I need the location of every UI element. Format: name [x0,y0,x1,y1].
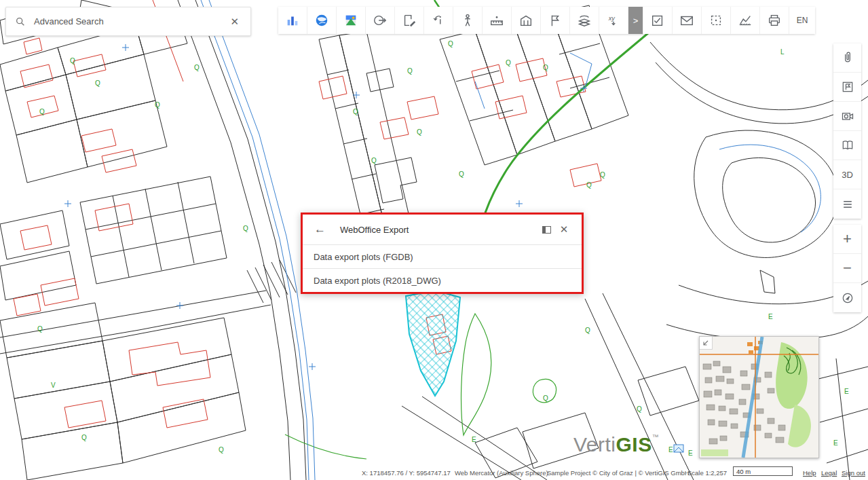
scale-label: Scale 1:2,257 [687,469,727,477]
status-bar: X: 1718457.76 / Y: 5954747.17 Web Mercat… [0,465,868,480]
locate-button[interactable] [833,283,861,312]
maptip-button[interactable] [424,7,453,34]
three-d-label: 3D [842,170,853,180]
projection-label: Web Mercator (Auxiliary Sphere) [455,469,548,477]
statistics-button[interactable] [278,7,307,34]
swipe-button[interactable] [570,7,599,34]
watermark-gray: Verti [573,433,616,456]
google-earth-icon [314,13,329,28]
site-plan-button[interactable] [833,73,861,102]
identify-icon [373,13,388,28]
basemap-button[interactable] [337,7,366,34]
edit-tasks-button[interactable] [643,7,673,34]
dialog-header: ← WebOffice Export ✕ [303,215,582,244]
close-icon: ✕ [560,223,569,236]
main-toolbar: xy > EN [278,7,815,34]
help-link[interactable]: Help [803,469,816,477]
statistics-icon [285,13,300,28]
svg-text:xy: xy [608,15,616,22]
watermark-tm: ™ [652,433,660,441]
profile-button[interactable] [731,7,760,34]
locate-icon [841,291,854,305]
camera-button[interactable] [833,102,861,131]
street-view-icon [460,13,475,28]
watermark-green: GIS [616,433,652,456]
zoom-in-button[interactable]: + [833,225,861,254]
legal-link[interactable]: Legal [821,469,837,477]
coordinates-xy-button[interactable]: xy [599,7,628,34]
export-item-fgdb[interactable]: Data export plots (FGDB) [303,244,582,268]
print-button[interactable] [760,7,789,34]
scale-bar-label: 40 m [736,468,751,475]
minimap-canvas [700,337,818,458]
redlining-button[interactable] [395,7,424,34]
side-tool-panel: 3D [833,43,861,219]
plot-flag-icon [548,13,563,28]
search-close-icon[interactable]: ✕ [227,14,242,29]
dock-icon [542,226,551,234]
plus-icon: + [843,230,852,248]
redlining-icon [402,13,417,28]
profile-icon [738,13,753,28]
overview-minimap[interactable] [699,336,819,458]
mail-button[interactable] [673,7,702,34]
edit-tasks-icon [650,13,665,28]
legend-list-icon [841,198,854,211]
language-label: EN [797,16,808,25]
plot-flag-button[interactable] [541,7,570,34]
collapse-arrow-icon [702,339,710,347]
three-d-button[interactable]: 3D [833,160,861,189]
sign-out-link[interactable]: Sign out [842,469,865,477]
cursor-coordinates: X: 1718457.76 / Y: 5954747.17 [362,469,451,477]
mail-icon [679,13,694,28]
camera-icon [841,109,854,123]
language-button[interactable]: EN [789,7,815,34]
street-view-button[interactable] [453,7,483,34]
vertigis-watermark: VertiGIS™ [573,433,659,456]
coordinates-xy-icon: xy [606,13,621,28]
zoom-out-button[interactable]: − [833,254,861,283]
toolbar-expand-button[interactable]: > [628,7,643,34]
maptip-icon [431,13,446,28]
scale-bar: 40 m [733,466,793,476]
dialog-close-button[interactable]: ✕ [555,221,573,238]
select-region-button[interactable] [702,7,731,34]
dimension-button[interactable] [512,7,541,34]
site-plan-icon [841,80,854,94]
chevron-right-icon: > [633,16,639,26]
attribution-label: Sample Project © City of Graz | © VertiG… [547,469,690,477]
zoom-panel: + − [833,225,861,312]
back-arrow-icon[interactable]: ← [312,223,328,236]
map-book-button[interactable] [833,131,861,160]
identify-button[interactable] [366,7,395,34]
dock-panel-button[interactable] [537,221,555,238]
advanced-search-bar[interactable]: Advanced Search ✕ [5,7,251,36]
measure-button[interactable] [483,7,512,34]
attachment-icon [841,51,854,64]
map-book-icon [841,139,854,152]
print-icon [767,13,782,28]
selected-parcel-highlight [406,291,460,396]
attachment-button[interactable] [833,43,861,73]
google-earth-button[interactable] [307,7,337,34]
search-input[interactable]: Advanced Search [34,16,227,26]
minimap-collapse-button[interactable] [700,337,713,350]
basemap-icon [343,13,358,28]
minus-icon: − [843,259,852,277]
swipe-icon [577,13,592,28]
measure-icon [489,13,504,28]
legend-list-button[interactable] [833,189,861,219]
search-icon [15,16,26,27]
export-item-dwg[interactable]: Data export plots (R2018_DWG) [303,268,582,292]
select-region-icon [709,13,723,28]
dialog-title: WebOffice Export [340,225,537,235]
dimension-icon [518,13,533,28]
weboffice-export-dialog: ← WebOffice Export ✕ Data export plots (… [301,213,584,294]
